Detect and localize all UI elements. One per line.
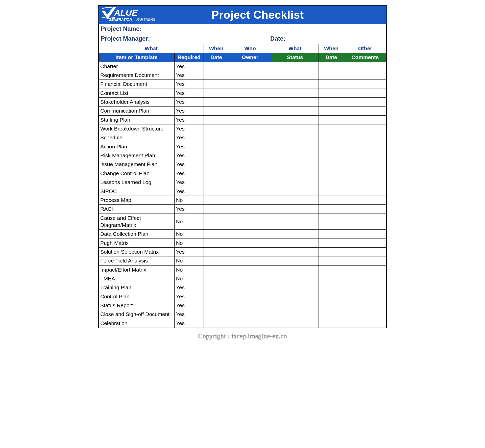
cell-date-1[interactable] [204, 301, 229, 310]
cell-status[interactable] [271, 205, 319, 214]
cell-date-1[interactable] [204, 107, 229, 115]
cell-date-1[interactable] [204, 98, 229, 107]
cell-owner[interactable] [229, 98, 271, 107]
cell-status[interactable] [271, 178, 319, 187]
cell-comments[interactable] [344, 89, 386, 97]
cell-comments[interactable] [344, 62, 386, 71]
cell-date-2[interactable] [319, 196, 344, 204]
cell-owner[interactable] [229, 169, 271, 178]
cell-date-1[interactable] [204, 62, 229, 71]
cell-date-1[interactable] [204, 187, 229, 196]
cell-date-1[interactable] [204, 265, 229, 274]
cell-owner[interactable] [229, 187, 271, 196]
cell-date-2[interactable] [319, 301, 344, 310]
cell-date-2[interactable] [319, 62, 344, 71]
cell-date-1[interactable] [204, 115, 229, 124]
cell-status[interactable] [271, 124, 319, 133]
cell-status[interactable] [271, 196, 319, 204]
cell-status[interactable] [271, 301, 319, 310]
cell-date-2[interactable] [319, 169, 344, 178]
cell-date-1[interactable] [204, 205, 229, 214]
cell-date-1[interactable] [204, 142, 229, 151]
cell-owner[interactable] [229, 80, 271, 89]
cell-comments[interactable] [344, 151, 386, 160]
cell-owner[interactable] [229, 283, 271, 292]
cell-date-1[interactable] [204, 80, 229, 89]
cell-comments[interactable] [344, 256, 386, 265]
cell-comments[interactable] [344, 196, 386, 204]
cell-date-2[interactable] [319, 239, 344, 247]
cell-date-1[interactable] [204, 310, 229, 319]
cell-date-2[interactable] [319, 283, 344, 292]
cell-date-2[interactable] [319, 98, 344, 107]
cell-date-2[interactable] [319, 292, 344, 301]
cell-comments[interactable] [344, 71, 386, 80]
date-field[interactable]: Date: [268, 34, 386, 44]
cell-owner[interactable] [229, 71, 271, 80]
cell-date-1[interactable] [204, 124, 229, 133]
cell-comments[interactable] [344, 214, 386, 230]
cell-date-1[interactable] [204, 292, 229, 301]
cell-date-2[interactable] [319, 178, 344, 187]
cell-date-1[interactable] [204, 247, 229, 256]
cell-status[interactable] [271, 187, 319, 196]
cell-owner[interactable] [229, 115, 271, 124]
cell-owner[interactable] [229, 151, 271, 160]
cell-date-2[interactable] [319, 274, 344, 283]
cell-status[interactable] [271, 133, 319, 142]
cell-owner[interactable] [229, 310, 271, 319]
cell-status[interactable] [271, 214, 319, 230]
cell-comments[interactable] [344, 98, 386, 107]
cell-comments[interactable] [344, 124, 386, 133]
cell-owner[interactable] [229, 124, 271, 133]
cell-date-2[interactable] [319, 160, 344, 169]
cell-date-2[interactable] [319, 256, 344, 265]
cell-comments[interactable] [344, 283, 386, 292]
cell-date-1[interactable] [204, 178, 229, 187]
cell-status[interactable] [271, 160, 319, 169]
cell-date-1[interactable] [204, 71, 229, 80]
cell-owner[interactable] [229, 274, 271, 283]
cell-date-2[interactable] [319, 247, 344, 256]
cell-date-2[interactable] [319, 230, 344, 239]
cell-date-1[interactable] [204, 319, 229, 328]
cell-status[interactable] [271, 247, 319, 256]
cell-date-2[interactable] [319, 71, 344, 80]
cell-status[interactable] [271, 89, 319, 97]
cell-date-1[interactable] [204, 283, 229, 292]
cell-date-2[interactable] [319, 142, 344, 151]
cell-owner[interactable] [229, 205, 271, 214]
cell-status[interactable] [271, 230, 319, 239]
cell-comments[interactable] [344, 265, 386, 274]
cell-comments[interactable] [344, 107, 386, 115]
cell-owner[interactable] [229, 62, 271, 71]
cell-date-1[interactable] [204, 160, 229, 169]
cell-date-1[interactable] [204, 214, 229, 230]
cell-comments[interactable] [344, 310, 386, 319]
cell-date-2[interactable] [319, 319, 344, 328]
cell-comments[interactable] [344, 247, 386, 256]
cell-date-1[interactable] [204, 230, 229, 239]
cell-comments[interactable] [344, 142, 386, 151]
cell-comments[interactable] [344, 230, 386, 239]
cell-date-2[interactable] [319, 133, 344, 142]
cell-comments[interactable] [344, 239, 386, 247]
cell-owner[interactable] [229, 292, 271, 301]
cell-date-1[interactable] [204, 89, 229, 97]
cell-status[interactable] [271, 169, 319, 178]
cell-date-1[interactable] [204, 133, 229, 142]
cell-date-1[interactable] [204, 196, 229, 204]
cell-status[interactable] [271, 256, 319, 265]
cell-owner[interactable] [229, 301, 271, 310]
cell-date-2[interactable] [319, 310, 344, 319]
cell-comments[interactable] [344, 80, 386, 89]
cell-comments[interactable] [344, 187, 386, 196]
cell-date-1[interactable] [204, 239, 229, 247]
cell-status[interactable] [271, 292, 319, 301]
cell-date-2[interactable] [319, 107, 344, 115]
cell-date-1[interactable] [204, 256, 229, 265]
cell-status[interactable] [271, 310, 319, 319]
cell-date-2[interactable] [319, 124, 344, 133]
cell-owner[interactable] [229, 133, 271, 142]
cell-status[interactable] [271, 283, 319, 292]
